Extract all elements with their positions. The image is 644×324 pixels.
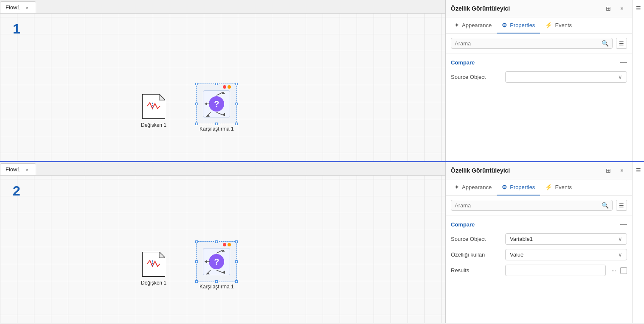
prop-label-source-bottom: Source Object <box>451 236 502 242</box>
tab-appearance-bottom[interactable]: ✦ Appearance <box>449 179 497 196</box>
panel-header-actions-bottom: ⊞ × <box>603 165 627 176</box>
canvas-bottom: Flow1 × 2 Değişken 1 <box>0 162 445 323</box>
handle-bl-mr <box>235 260 238 263</box>
events-label-bottom: Events <box>555 184 572 190</box>
panel-header-bottom: Özellik Görüntüleyici ⊞ × <box>446 162 632 179</box>
svg-marker-8 <box>205 102 207 106</box>
properties-label-bottom: Properties <box>510 184 535 190</box>
prop-label-ozellik-bottom: Özelliği kullan <box>451 251 502 258</box>
close-button-top[interactable]: × <box>617 3 627 14</box>
handle-tl <box>195 83 198 85</box>
collapse-top[interactable]: — <box>620 59 627 66</box>
compare-icon-bottom: ? <box>200 245 233 279</box>
tab-properties-top[interactable]: ⚙ Properties <box>497 17 540 34</box>
compare-node-top[interactable]: ? Karşılaştırma 1 <box>200 87 234 132</box>
handle-bl-tr <box>235 240 238 243</box>
prop-select-source-bottom[interactable]: Variable1 ∨ <box>505 233 627 245</box>
compare-wrapper-top: ? <box>200 87 233 121</box>
panel-title-top: Özellik Görüntüleyici <box>451 5 510 12</box>
prop-select-arrow-ozellik-bottom: ∨ <box>618 251 622 258</box>
prop-select-source-top[interactable]: ∨ <box>505 71 627 83</box>
svg-marker-21 <box>206 272 210 274</box>
properties-label-top: Properties <box>510 22 535 28</box>
canvas-top: Flow1 × 1 Değişken 1 <box>0 0 445 161</box>
tab-close-bottom[interactable]: × <box>24 166 31 173</box>
search-icon-top[interactable]: 🔍 <box>602 40 609 47</box>
handle-bl-tc <box>215 240 218 243</box>
handle-bl <box>195 123 198 125</box>
compare-label-top: Karşılaştırma 1 <box>200 126 234 132</box>
appearance-label-bottom: Appearance <box>462 184 492 190</box>
tab-events-bottom[interactable]: ⚡ Events <box>540 179 577 196</box>
tab-events-top[interactable]: ⚡ Events <box>540 17 577 34</box>
close-button-bottom[interactable]: × <box>617 165 627 176</box>
tab-properties-bottom[interactable]: ⚙ Properties <box>497 179 540 196</box>
prop-input-results-bottom[interactable] <box>505 265 606 276</box>
compare-bg-top: ? <box>203 90 230 117</box>
panel-header-actions-top: ⊞ × <box>603 3 627 14</box>
section-header-bottom: Compare — <box>451 221 627 228</box>
svg-marker-19 <box>205 260 207 263</box>
list-icon-top[interactable]: ☰ <box>616 38 627 49</box>
search-input-top[interactable] <box>455 40 602 47</box>
variable-node-bottom[interactable]: Değişken 1 <box>140 251 167 286</box>
properties-icon-top: ⚙ <box>502 22 507 28</box>
events-icon-top: ⚡ <box>545 22 552 28</box>
side-rail-top: ☰ <box>632 0 644 161</box>
panel-search-bottom: 🔍 ☰ <box>446 196 632 215</box>
pin-button-bottom[interactable]: ⊞ <box>603 165 613 176</box>
list-icon-bottom[interactable]: ☰ <box>616 200 627 211</box>
prop-label-results-bottom: Results <box>451 267 502 274</box>
search-wrapper-top: 🔍 <box>451 38 613 49</box>
properties-icon-bottom: ⚙ <box>502 184 507 190</box>
variable-icon-top <box>140 93 167 120</box>
svg-marker-10 <box>206 115 210 117</box>
compare-label-bottom: Karşılaştırma 1 <box>200 284 234 290</box>
svg-marker-12 <box>159 252 165 258</box>
panel-content-bottom: Compare — Source Object Variable1 ∨ Özel… <box>446 215 632 323</box>
rail-icon-top[interactable]: ☰ <box>634 3 643 13</box>
compare-bg-bottom: ? <box>203 248 230 275</box>
panel-tabs-bottom: ✦ Appearance ⚙ Properties ⚡ Events <box>446 179 632 196</box>
compare-wrapper-bottom: ? <box>200 245 233 279</box>
prop-select-arrow-source-top: ∨ <box>618 74 622 80</box>
variable-node-top[interactable]: Değişken 1 <box>140 93 167 128</box>
pin-button-top[interactable]: ⊞ <box>603 3 613 14</box>
tab-appearance-top[interactable]: ✦ Appearance <box>449 17 497 34</box>
section-header-top: Compare — <box>451 59 627 66</box>
tab-flow1-top[interactable]: Flow1 × <box>0 1 36 13</box>
prop-select-arrow-source-bottom: ∨ <box>618 236 622 242</box>
handle-tc <box>215 83 218 85</box>
tab-flow1-bottom[interactable]: Flow1 × <box>0 163 36 175</box>
panel-title-bottom: Özellik Görüntüleyici <box>451 167 510 174</box>
compare-node-bottom[interactable]: ? Karşılaştırma 1 <box>200 245 234 290</box>
panel-tabs-top: ✦ Appearance ⚙ Properties ⚡ Events <box>446 17 632 34</box>
prop-select-ozellik-bottom[interactable]: Value ∨ <box>505 249 627 260</box>
panel-content-top: Compare — Source Object ∨ <box>446 53 632 161</box>
events-label-top: Events <box>555 22 572 28</box>
appearance-icon-top: ✦ <box>454 22 459 28</box>
more-btn-results-bottom[interactable]: ··· <box>609 266 619 275</box>
svg-marker-1 <box>159 94 165 100</box>
rail-icon-bottom[interactable]: ☰ <box>634 165 643 175</box>
handle-bl-tl <box>195 240 198 243</box>
tab-close-top[interactable]: × <box>24 4 31 11</box>
compare-icon-top: ? <box>200 87 233 121</box>
search-wrapper-bottom: 🔍 <box>451 200 613 211</box>
variable-icon-bottom <box>140 251 167 278</box>
panel-header-top: Özellik Görüntüleyici ⊞ × <box>446 0 632 17</box>
collapse-bottom[interactable]: — <box>620 221 627 228</box>
property-panel-bottom: Özellik Görüntüleyici ⊞ × ✦ Appearance ⚙… <box>445 162 632 323</box>
step-number-2: 2 <box>13 183 20 199</box>
checkbox-results-bottom[interactable] <box>620 267 627 274</box>
handle-bl-bl <box>195 280 198 283</box>
search-input-bottom[interactable] <box>455 202 602 209</box>
prop-select-value-ozellik-bottom: Value <box>510 251 523 258</box>
prop-actions-results-bottom: ··· <box>609 266 627 275</box>
side-rail-bottom: ☰ <box>632 162 644 323</box>
handle-mr <box>235 103 238 105</box>
search-icon-bottom[interactable]: 🔍 <box>602 202 609 209</box>
handle-bl-br <box>235 280 238 283</box>
prop-label-source-top: Source Object <box>451 74 502 80</box>
prop-row-source-bottom: Source Object Variable1 ∨ <box>451 233 627 245</box>
